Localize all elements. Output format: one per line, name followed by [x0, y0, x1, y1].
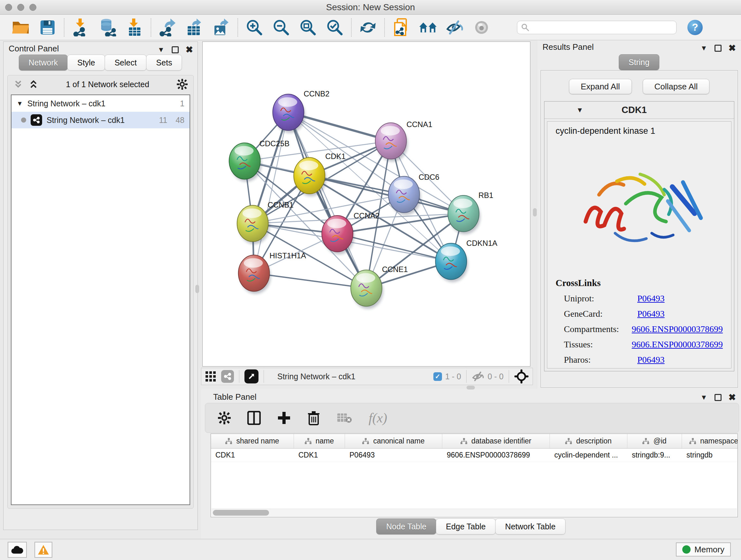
collection-expand-icon[interactable]: ▼	[17, 100, 23, 107]
selected-checkbox[interactable]: ✓	[433, 372, 442, 381]
collapse-all-icon[interactable]	[13, 79, 23, 89]
hide-selected-icon[interactable]	[446, 18, 464, 37]
results-panel-float-icon[interactable]	[715, 45, 722, 52]
open-session-icon[interactable]	[11, 18, 30, 37]
table-panel-float-icon[interactable]	[715, 394, 722, 401]
export-image-icon[interactable]	[212, 18, 230, 37]
crosslink-link[interactable]: 9606.ENSP00000378699	[632, 339, 723, 350]
grid-view-icon[interactable]	[205, 371, 216, 382]
node-CDC25B[interactable]	[229, 143, 262, 182]
export-table-icon[interactable]	[185, 18, 204, 37]
zoom-out-icon[interactable]	[272, 18, 290, 37]
edge-CCNB2-CCNE1[interactable]	[288, 112, 366, 288]
expand-all-button[interactable]: Expand All	[569, 79, 632, 94]
tab-style[interactable]: Style	[67, 55, 105, 71]
tab-string[interactable]: String	[619, 54, 659, 70]
delete-column-icon[interactable]	[307, 411, 320, 425]
column-header-database-identifier[interactable]: database identifier	[442, 434, 550, 448]
control-panel-close-icon[interactable]: ✖	[186, 44, 193, 55]
table-cell[interactable]: stringdb	[682, 449, 738, 462]
left-divider-handle[interactable]	[195, 285, 199, 293]
show-columns-icon[interactable]	[247, 411, 261, 425]
first-neighbors-icon[interactable]	[419, 18, 437, 37]
expand-all-icon[interactable]	[29, 79, 38, 89]
node-CCNB2[interactable]	[273, 94, 306, 133]
zoom-fit-icon[interactable]	[299, 18, 317, 37]
column-header-description[interactable]: description	[550, 434, 627, 448]
crosslink-link[interactable]: P06493	[637, 309, 665, 319]
column-header-namespace[interactable]: namespace	[682, 434, 738, 448]
memory-button[interactable]: Memory	[676, 543, 731, 557]
results-panel-menu-icon[interactable]: ▼	[700, 44, 708, 52]
table-cell[interactable]: CDK1	[211, 449, 294, 462]
tab-edge-table[interactable]: Edge Table	[436, 518, 495, 535]
node-CDC6[interactable]	[388, 176, 421, 215]
column-header-canonical-name[interactable]: canonical name	[345, 434, 442, 448]
network-row[interactable]: String Network – cdk1 11 48	[11, 112, 190, 128]
edge-CCNB2-HIST1H1A[interactable]	[254, 112, 288, 273]
edge-HIST1H1A-CCNE1[interactable]	[254, 273, 366, 288]
zoom-selected-icon[interactable]	[326, 18, 344, 37]
table-cell[interactable]: stringdb:9...	[627, 449, 682, 462]
results-panel-close-icon[interactable]: ✖	[729, 43, 736, 53]
node-CCNA1[interactable]	[375, 123, 408, 162]
crosslink-link[interactable]: P06493	[637, 294, 665, 304]
gene-collapse-icon[interactable]: ▼	[576, 106, 583, 114]
node-RB1[interactable]	[448, 195, 480, 234]
hidden-eye-icon[interactable]	[472, 371, 484, 382]
crosslink-link[interactable]: 9606.ENSP00000378699	[632, 324, 723, 334]
pan-mode-icon[interactable]	[514, 369, 529, 384]
scrollbar-thumb[interactable]	[213, 510, 269, 516]
table-panel-menu-icon[interactable]: ▼	[700, 393, 708, 401]
refresh-view-icon[interactable]	[359, 18, 377, 37]
new-network-from-selection-icon[interactable]	[392, 18, 410, 37]
tab-node-table[interactable]: Node Table	[376, 518, 436, 535]
help-icon[interactable]: ?	[687, 20, 703, 35]
node-CCNA2[interactable]	[322, 215, 354, 254]
table-row[interactable]: CDK1CDK1P064939606.ENSP00000378699cyclin…	[211, 449, 738, 462]
table-panel-close-icon[interactable]: ✖	[729, 392, 736, 402]
zoom-in-icon[interactable]	[245, 18, 264, 37]
tab-sets[interactable]: Sets	[146, 55, 182, 71]
save-session-icon[interactable]	[38, 18, 57, 37]
node-CDKN1A[interactable]	[435, 243, 468, 282]
control-panel-menu-icon[interactable]: ▼	[158, 46, 165, 54]
table-cell[interactable]: cyclin-dependent ...	[550, 449, 627, 462]
string-network-graph[interactable]: CCNB2CCNA1CDC25BCDK1CDC6RB1CCNB1CCNA2CDK…	[203, 42, 530, 366]
warning-status-button[interactable]	[35, 542, 52, 558]
column-header-name[interactable]: name	[294, 434, 345, 448]
node-CCNB1[interactable]	[237, 205, 270, 244]
right-divider-handle[interactable]	[533, 208, 537, 216]
column-header-@id[interactable]: @id	[627, 434, 682, 448]
table-horizontal-scrollbar[interactable]	[212, 509, 737, 516]
import-network-database-icon[interactable]	[98, 18, 117, 37]
network-collection-row[interactable]: ▼ String Network – cdk1 1	[11, 95, 190, 112]
show-all-icon[interactable]	[472, 18, 491, 37]
crosslink-link[interactable]: P06493	[637, 355, 665, 365]
node-HIST1H1A[interactable]	[239, 255, 271, 294]
table-cell[interactable]: CDK1	[294, 449, 345, 462]
table-cell[interactable]: P06493	[345, 449, 442, 462]
network-view-icon[interactable]	[221, 370, 234, 383]
table-cell[interactable]: 9606.ENSP00000378699	[442, 449, 550, 462]
tab-network-table[interactable]: Network Table	[495, 518, 565, 535]
node-CCNE1[interactable]	[351, 270, 383, 309]
network-options-gear-icon[interactable]	[177, 79, 188, 90]
network-canvas[interactable]: CCNB2CCNA1CDC25BCDK1CDC6RB1CCNB1CCNA2CDK…	[202, 42, 530, 367]
node-CDK1[interactable]	[293, 158, 326, 196]
birds-eye-view-icon[interactable]	[245, 369, 259, 383]
cloud-status-button[interactable]	[8, 542, 27, 558]
delete-table-icon[interactable]	[337, 412, 352, 424]
function-builder-icon[interactable]: f(x)	[368, 410, 387, 426]
create-column-icon[interactable]	[277, 411, 291, 425]
export-network-icon[interactable]	[158, 18, 177, 37]
table-options-gear-icon[interactable]	[218, 412, 231, 424]
search-input[interactable]	[532, 23, 672, 32]
import-network-file-icon[interactable]	[71, 18, 90, 37]
control-panel-float-icon[interactable]	[172, 46, 179, 53]
import-table-file-icon[interactable]	[125, 18, 144, 37]
tab-network[interactable]: Network	[19, 55, 68, 71]
collapse-all-button[interactable]: Collapse All	[643, 79, 710, 94]
bottom-divider-handle[interactable]	[467, 386, 475, 389]
search-field[interactable]	[517, 21, 677, 34]
